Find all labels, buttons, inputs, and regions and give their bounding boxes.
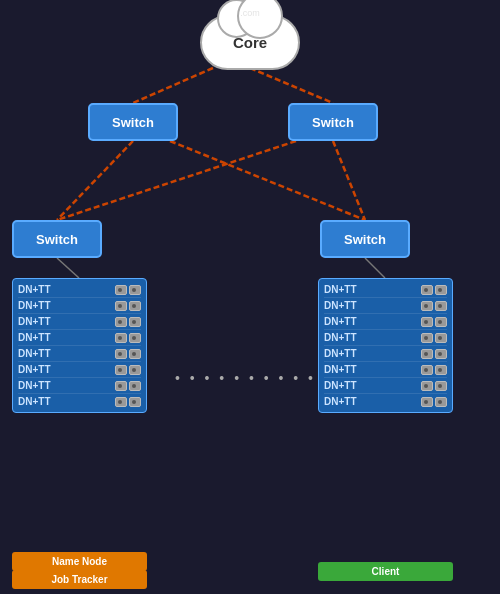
switch-bottom-right: Switch <box>320 220 410 258</box>
disk-icon <box>115 349 127 359</box>
disk-icon <box>129 397 141 407</box>
disk-icon <box>421 365 433 375</box>
dots-separator: • • • • • • • • • • <box>175 370 316 386</box>
disk-icon <box>129 365 141 375</box>
server-row: DN+TT <box>324 378 447 394</box>
svg-line-2 <box>57 141 133 220</box>
cloud-label: Core <box>233 34 267 51</box>
server-row: DN+TT <box>18 314 141 330</box>
network-diagram: Core Switch Switch Switch Switch DN+TTDN… <box>0 0 500 594</box>
disk-icon <box>435 349 447 359</box>
disk-icon <box>115 397 127 407</box>
switch-bottom-left: Switch <box>12 220 102 258</box>
cloud-shape: Core <box>200 15 300 70</box>
badge-namenode: Name Node <box>12 552 147 571</box>
server-row: DN+TT <box>18 282 141 298</box>
disk-icon <box>129 333 141 343</box>
disk-icon <box>115 285 127 295</box>
switch-top-left: Switch <box>88 103 178 141</box>
disk-icon <box>435 285 447 295</box>
disk-icon <box>421 333 433 343</box>
disk-icon <box>421 285 433 295</box>
disk-icon <box>115 301 127 311</box>
server-row: DN+TT <box>324 362 447 378</box>
server-row: DN+TT <box>18 378 141 394</box>
server-row: DN+TT <box>324 298 447 314</box>
disk-icon <box>435 381 447 391</box>
core-cloud: Core <box>195 10 305 75</box>
disk-icon <box>435 301 447 311</box>
disk-icon <box>115 365 127 375</box>
disk-icon <box>115 317 127 327</box>
server-row: DN+TT <box>324 330 447 346</box>
disk-icon <box>129 381 141 391</box>
disk-icon <box>129 317 141 327</box>
server-row: DN+TT <box>18 330 141 346</box>
disk-icon <box>129 349 141 359</box>
server-row: DN+TT <box>18 298 141 314</box>
disk-icon <box>435 333 447 343</box>
svg-line-6 <box>57 258 79 278</box>
server-row: DN+TT <box>324 394 447 409</box>
disk-icon <box>115 381 127 391</box>
disk-icon <box>129 301 141 311</box>
server-row: DN+TT <box>324 346 447 362</box>
disk-icon <box>421 381 433 391</box>
disk-icon <box>435 317 447 327</box>
badge-client: Client <box>318 562 453 581</box>
watermark: .com <box>240 8 260 18</box>
disk-icon <box>115 333 127 343</box>
disk-icon <box>421 397 433 407</box>
server-row: DN+TT <box>18 394 141 409</box>
server-rack-left: DN+TTDN+TTDN+TTDN+TTDN+TTDN+TTDN+TTDN+TT <box>12 278 147 413</box>
server-row: DN+TT <box>324 314 447 330</box>
disk-icon <box>129 285 141 295</box>
disk-icon <box>435 397 447 407</box>
disk-icon <box>421 301 433 311</box>
badge-jobtracker: Job Tracker <box>12 570 147 589</box>
svg-line-5 <box>333 141 365 220</box>
switch-top-right: Switch <box>288 103 378 141</box>
disk-icon <box>435 365 447 375</box>
svg-line-3 <box>170 141 365 220</box>
disk-icon <box>421 317 433 327</box>
server-row: DN+TT <box>324 282 447 298</box>
server-rack-right: DN+TTDN+TTDN+TTDN+TTDN+TTDN+TTDN+TTDN+TT <box>318 278 453 413</box>
svg-line-7 <box>365 258 385 278</box>
server-row: DN+TT <box>18 362 141 378</box>
svg-line-4 <box>57 141 296 220</box>
server-row: DN+TT <box>18 346 141 362</box>
disk-icon <box>421 349 433 359</box>
